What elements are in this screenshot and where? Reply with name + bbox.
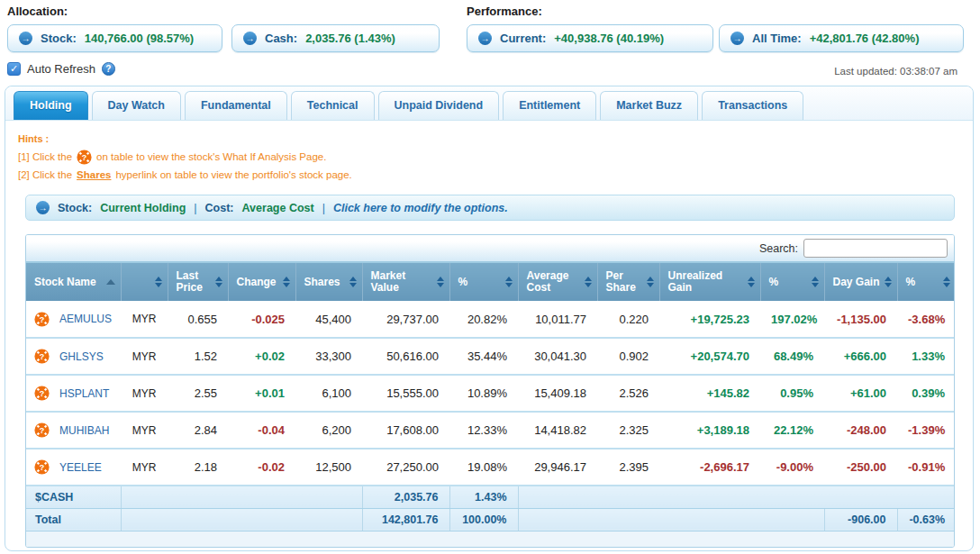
column-header-unrealizedpctgain[interactable]: Unrealized Gain (659, 263, 760, 301)
hints-title: Hints : (18, 133, 973, 144)
stock-name-link[interactable]: GHLSYS (59, 350, 104, 363)
svg-text:?: ? (40, 389, 45, 398)
arrow-circle-icon: → (730, 32, 744, 45)
column-header-change[interactable]: Change (228, 263, 295, 301)
arrow-circle-icon: → (243, 32, 257, 45)
cell-shares[interactable]: 6,100 (295, 375, 362, 412)
total-row-spacer (518, 508, 824, 531)
cell-change: +0.01 (228, 375, 295, 412)
cell-market_value: 29,737.00 (362, 301, 449, 338)
column-header-daypctgain[interactable]: Day Gain (824, 263, 897, 301)
cell-shares[interactable]: 45,400 (295, 301, 362, 338)
stock-name-link[interactable]: AEMULUS (59, 313, 112, 325)
options-cost-value: Average Cost (242, 202, 314, 214)
column-label: Change (237, 277, 280, 288)
auto-refresh-checkbox[interactable]: ✓ (7, 62, 21, 76)
tab-fundamental[interactable]: Fundamental (185, 91, 287, 120)
column-header-stockpctname[interactable]: Stock Name (26, 263, 121, 301)
stock-name-cell: ?HSPLANT (26, 375, 121, 412)
auto-refresh-label: Auto Refresh (27, 62, 95, 76)
performance-alltime-button[interactable]: → All Time: +42,801.76 (42.80%) (719, 24, 964, 52)
column-header-averagepctcost[interactable]: Average Cost (518, 263, 597, 301)
options-separator: | (322, 202, 325, 214)
cell-avg_cost: 15,409.18 (518, 375, 597, 412)
cell-unrealized_gain: -2,696.17 (659, 449, 760, 486)
performance-current-button[interactable]: → Current: +40,938.76 (40.19%) (467, 24, 713, 52)
tab-technical[interactable]: Technical (291, 91, 375, 120)
cell-market_value: 15,555.00 (362, 375, 449, 412)
stock-name-cell: ?GHLSYS (26, 338, 121, 375)
cell-day_gain: +666.00 (824, 338, 897, 375)
cell-shares[interactable]: 6,200 (295, 412, 362, 449)
column-label: % (769, 277, 809, 288)
stock-name-link[interactable]: HSPLANT (59, 387, 109, 400)
performance-alltime-value: +42,801.76 (42.80%) (810, 32, 920, 45)
search-input[interactable] (803, 239, 948, 258)
allocation-stock-button[interactable]: → Stock: 140,766.00 (98.57%) (7, 24, 222, 52)
cell-change: -0.02 (228, 449, 295, 486)
allocation-stock-label: Stock: (41, 32, 77, 45)
hint-1-suffix: on table to view the stock's What If Ana… (96, 150, 326, 165)
search-bar: Search: (26, 235, 954, 263)
help-icon[interactable]: ? (102, 62, 115, 76)
cash-row-spacer (518, 486, 955, 508)
stock-name-link[interactable]: MUHIBAH (59, 424, 109, 437)
column-label: Last Price (177, 270, 213, 294)
cell-ug_pct: 68.49% (760, 338, 824, 375)
cash-summary-row: $CASH 2,035.76 1.43% (26, 486, 955, 508)
tab-market-buzz[interactable]: Market Buzz (600, 91, 698, 120)
allocation-cash-label: Cash: (265, 32, 297, 45)
allocation-cash-button[interactable]: → Cash: 2,035.76 (1.43%) (231, 24, 440, 52)
stock-name-link[interactable]: YEELEE (59, 461, 102, 474)
cell-ug_pct: -9.00% (760, 449, 824, 486)
cell-avg_cost: 30,041.30 (518, 338, 597, 375)
tab-day-watch[interactable]: Day Watch (92, 91, 181, 120)
column-header-percent[interactable]: % (449, 263, 518, 301)
cell-per_share: 2.526 (597, 375, 659, 412)
cell-market_value: 50,616.00 (362, 338, 449, 375)
column-header-currency[interactable] (121, 263, 168, 301)
column-header-percent[interactable]: % (897, 263, 955, 301)
stock-name-cell: ?YEELEE (26, 449, 121, 486)
what-if-analysis-icon[interactable]: ? (34, 349, 50, 364)
holding-row-aemulus: ?AEMULUSMYR0.655-0.02545,40029,737.0020.… (26, 301, 955, 338)
what-if-analysis-icon[interactable]: ? (34, 459, 50, 475)
table-header-row: Stock NameLast PriceChangeSharesMarket V… (26, 263, 955, 301)
column-header-percent[interactable]: % (760, 263, 824, 301)
tab-unpaid-dividend[interactable]: Unpaid Dividend (378, 91, 500, 120)
svg-text:?: ? (40, 426, 45, 435)
svg-text:?: ? (40, 314, 45, 323)
arrow-circle-icon: → (478, 32, 492, 45)
what-if-analysis-icon[interactable]: ? (34, 312, 50, 327)
cell-pct: 19.08% (449, 449, 518, 486)
column-header-perpctshare[interactable]: Per Share (597, 263, 659, 301)
column-label: % (906, 277, 941, 288)
column-label: % (458, 277, 503, 288)
column-header-lastpctprice[interactable]: Last Price (168, 263, 228, 301)
cell-pct: 20.82% (449, 301, 518, 338)
column-header-marketpctvalue[interactable]: Market Value (362, 263, 449, 301)
tab-entitlement[interactable]: Entitlement (503, 91, 596, 120)
sort-both-icon (748, 277, 755, 287)
tab-transactions[interactable]: Transactions (702, 91, 803, 120)
holding-row-yeelee: ?YEELEEMYR2.18-0.0212,50027,250.0019.08%… (26, 449, 955, 486)
cell-currency: MYR (121, 412, 168, 449)
cell-currency: MYR (121, 375, 168, 412)
cell-change: -0.025 (228, 301, 295, 338)
column-label: Unrealized Gain (668, 270, 745, 294)
column-label: Stock Name (34, 277, 104, 288)
column-header-shares[interactable]: Shares (295, 263, 362, 301)
what-if-analysis-icon[interactable]: ? (34, 386, 50, 401)
cell-shares[interactable]: 33,300 (295, 338, 362, 375)
hint-1-prefix: [1] Click the (18, 150, 72, 165)
what-if-analysis-icon[interactable]: ? (34, 422, 50, 438)
tab-holding[interactable]: Holding (14, 91, 88, 120)
modify-options-link[interactable]: Click here to modify the options. (333, 202, 508, 214)
stock-name-cell: ?AEMULUS (26, 301, 121, 338)
sort-ascending-icon (106, 279, 115, 285)
cell-shares[interactable]: 12,500 (295, 449, 362, 486)
column-label: Day Gain (833, 277, 882, 288)
performance-alltime-label: All Time: (752, 32, 802, 45)
cell-ug_pct: 0.95% (760, 375, 824, 412)
cell-unrealized_gain: +3,189.18 (659, 412, 760, 449)
